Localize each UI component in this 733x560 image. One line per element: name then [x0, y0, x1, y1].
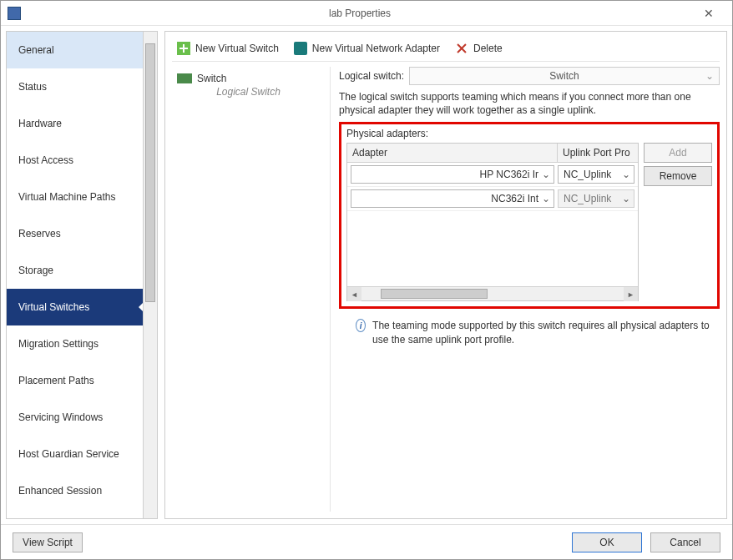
- view-script-button[interactable]: View Script: [13, 532, 83, 552]
- sidebar-item-host-access[interactable]: Host Access: [7, 142, 143, 179]
- sidebar-item-label: Virtual Machine Paths: [18, 191, 116, 203]
- sidebar-item-general[interactable]: General: [7, 32, 143, 68]
- sidebar-scrollbar[interactable]: [143, 32, 157, 518]
- adapter-value: NC362i Int: [491, 193, 538, 204]
- adapter-value: HP NC362i Ir: [480, 169, 538, 180]
- sidebar-item-label: Host Guardian Service: [18, 448, 119, 460]
- sidebar-item-label: Migration Settings: [18, 338, 99, 350]
- sidebar-item-vm-paths[interactable]: Virtual Machine Paths: [7, 179, 143, 215]
- sidebar-item-migration[interactable]: Migration Settings: [7, 325, 143, 362]
- switch-list-item[interactable]: Switch Logical Switch: [172, 67, 325, 103]
- toolbar: New Virtual Switch New Virtual Network A…: [172, 38, 720, 62]
- plus-icon: [177, 42, 190, 55]
- sidebar: General Status Hardware Host Access Virt…: [6, 31, 158, 519]
- upp-value: NC_Uplink: [564, 169, 611, 180]
- switch-name: Switch: [197, 73, 235, 84]
- logical-switch-description: The logical switch supports teaming whic…: [339, 90, 720, 117]
- logical-switch-dropdown[interactable]: Switch: [409, 67, 720, 85]
- nic-icon: [177, 73, 192, 83]
- physical-adapters-grid: Adapter Uplink Port Pro HP NC362i Ir NC_…: [346, 143, 639, 301]
- sidebar-item-label: Placement Paths: [18, 375, 94, 386]
- button-label: OK: [599, 537, 614, 548]
- logical-switch-value: Switch: [549, 70, 579, 82]
- adapter-row[interactable]: HP NC362i Ir NC_Uplink: [347, 163, 638, 187]
- new-virtual-switch-button[interactable]: New Virtual Switch: [172, 40, 284, 57]
- sidebar-item-status[interactable]: Status: [7, 68, 143, 105]
- sidebar-item-label: Host Access: [18, 154, 73, 166]
- button-label: Cancel: [670, 537, 700, 548]
- cancel-button[interactable]: Cancel: [650, 532, 720, 552]
- toolbar-label: New Virtual Switch: [195, 43, 279, 54]
- grid-horizontal-scrollbar[interactable]: ◄►: [347, 286, 638, 300]
- titlebar: lab Properties ✕: [1, 1, 732, 26]
- window-title: lab Properties: [28, 8, 692, 19]
- adapter-dropdown[interactable]: NC362i Int: [351, 189, 554, 208]
- app-icon: [8, 7, 21, 20]
- sidebar-item-label: Servicing Windows: [18, 411, 103, 423]
- delete-button[interactable]: Delete: [450, 40, 508, 57]
- sidebar-item-label: Hardware: [18, 118, 62, 129]
- add-adapter-button: Add: [644, 143, 712, 163]
- toolbar-label: New Virtual Network Adapter: [312, 43, 440, 54]
- logical-switch-label: Logical switch:: [339, 70, 404, 82]
- button-label: View Script: [23, 537, 73, 548]
- sidebar-item-label: Virtual Switches: [18, 301, 89, 313]
- close-icon[interactable]: ✕: [692, 7, 725, 20]
- properties-window: lab Properties ✕ General Status Hardware…: [0, 0, 733, 560]
- column-header-uplink-port-profile[interactable]: Uplink Port Pro: [558, 144, 638, 162]
- column-header-adapter[interactable]: Adapter: [347, 144, 558, 162]
- ok-button[interactable]: OK: [572, 532, 642, 552]
- switch-details: Logical switch: Switch The logical switc…: [331, 67, 720, 512]
- physical-adapters-section: Physical adapters: Adapter Uplink Port P…: [339, 122, 720, 309]
- remove-adapter-button[interactable]: Remove: [644, 166, 712, 186]
- adapter-dropdown[interactable]: HP NC362i Ir: [351, 165, 554, 184]
- sidebar-item-label: Status: [18, 81, 47, 93]
- sidebar-item-label: Reserves: [18, 228, 61, 240]
- network-adapter-icon: [294, 42, 307, 55]
- sidebar-item-storage[interactable]: Storage: [7, 252, 143, 289]
- info-text: The teaming mode supported by this switc…: [372, 319, 720, 346]
- sidebar-item-enhanced-session[interactable]: Enhanced Session: [7, 472, 143, 509]
- sidebar-item-label: Storage: [18, 265, 53, 276]
- sidebar-item-host-guardian[interactable]: Host Guardian Service: [7, 436, 143, 472]
- button-label: Add: [669, 147, 686, 159]
- toolbar-label: Delete: [473, 43, 503, 54]
- switch-list: Switch Logical Switch: [172, 67, 331, 512]
- sidebar-item-placement-paths[interactable]: Placement Paths: [7, 362, 143, 399]
- sidebar-item-reserves[interactable]: Reserves: [7, 215, 143, 252]
- uplink-port-profile-dropdown: NC_Uplink: [558, 189, 634, 208]
- physical-adapters-label: Physical adapters:: [346, 128, 712, 139]
- delete-icon: [455, 42, 468, 55]
- content-panel: New Virtual Switch New Virtual Network A…: [164, 31, 727, 519]
- dialog-footer: View Script OK Cancel: [1, 524, 732, 559]
- adapter-row[interactable]: NC362i Int NC_Uplink: [347, 187, 638, 211]
- new-virtual-network-adapter-button[interactable]: New Virtual Network Adapter: [289, 40, 445, 57]
- sidebar-item-label: Enhanced Session: [18, 485, 102, 497]
- uplink-port-profile-dropdown[interactable]: NC_Uplink: [558, 165, 634, 184]
- info-icon: i: [356, 319, 366, 332]
- sidebar-item-virtual-switches[interactable]: Virtual Switches: [7, 289, 143, 325]
- button-label: Remove: [660, 170, 697, 182]
- sidebar-item-servicing-windows[interactable]: Servicing Windows: [7, 399, 143, 436]
- sidebar-item-label: General: [18, 44, 54, 56]
- sidebar-item-hardware[interactable]: Hardware: [7, 105, 143, 142]
- upp-value: NC_Uplink: [564, 193, 611, 204]
- switch-subtitle: Logical Switch: [177, 86, 320, 98]
